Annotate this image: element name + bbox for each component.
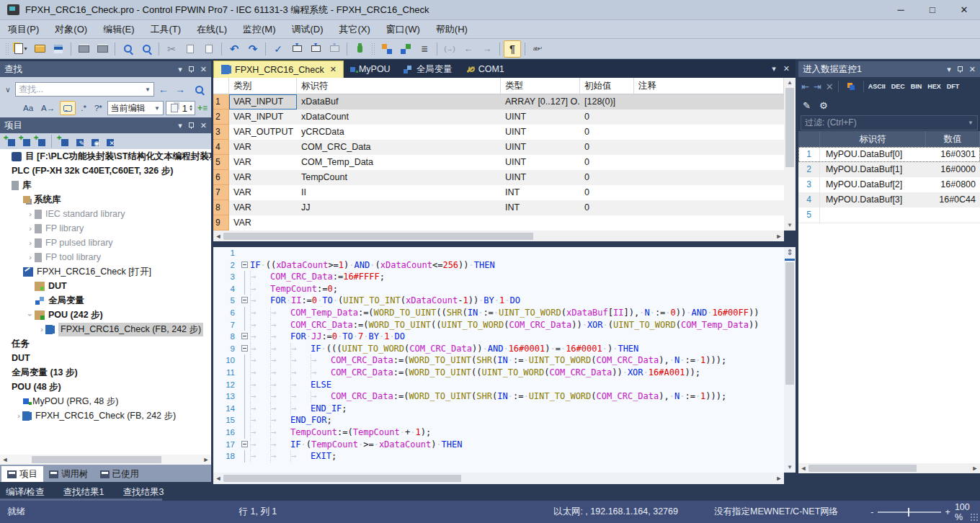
output-tab-查找结果1[interactable]: 查找结果1 <box>63 486 104 499</box>
tree-horizontal-scrollbar[interactable]: ◄ ► <box>0 455 211 465</box>
compile-pou-icon[interactable] <box>288 40 306 58</box>
panel-menu-icon[interactable]: ▾ <box>178 65 182 74</box>
tree-item[interactable]: 全局变量 (13 步) <box>0 365 211 380</box>
find-next-button[interactable]: → <box>173 84 187 95</box>
data-monitor-blocks-icon[interactable] <box>397 40 414 58</box>
tree-item[interactable]: ›POU (242 步) <box>0 308 211 322</box>
scroll-up-icon[interactable]: ▲ <box>787 78 793 88</box>
delete-row-icon[interactable]: ✕ <box>826 81 834 92</box>
watch-value-cell[interactable] <box>926 207 980 223</box>
search-scope-select[interactable]: 当前编辑 ▼ <box>107 101 164 115</box>
table-row[interactable]: 8VARJJINT0 <box>213 200 784 215</box>
collapse-chevron-icon[interactable]: ∨ <box>3 86 13 94</box>
scroll-right-icon[interactable]: ► <box>774 233 784 240</box>
initial-value-cell[interactable]: 0 <box>580 125 634 140</box>
type-cell[interactable]: ARRAY [0..127] O... <box>501 94 580 109</box>
match-word-button[interactable]: A→ <box>38 102 58 114</box>
watch-row-number[interactable]: 1 <box>798 147 820 162</box>
row-number-cell[interactable]: 5 <box>213 155 229 170</box>
grid-header-注释[interactable]: 注释 <box>634 78 784 94</box>
row-number-cell[interactable]: 3 <box>213 125 229 140</box>
initial-value-cell[interactable]: [128(0)] <box>580 94 634 109</box>
chevron-collapsed-icon[interactable]: › <box>14 411 23 420</box>
watch-header-标识符[interactable]: 标识符 <box>820 131 926 147</box>
grid-header-初始值[interactable]: 初始值 <box>580 78 634 94</box>
type-cell[interactable]: UINT <box>501 155 580 170</box>
scroll-right-icon[interactable]: ► <box>201 456 211 463</box>
cut-icon[interactable]: ✂ <box>163 40 180 58</box>
identifier-cell[interactable]: xDataCount <box>297 109 501 125</box>
table-row[interactable]: 1VAR_INPUTxDataBufARRAY [0..127] O...[12… <box>213 94 784 109</box>
table-row[interactable]: 9VAR <box>213 215 784 231</box>
grid-vertical-scrollbar[interactable]: ▲ ▼ <box>784 78 796 231</box>
class-cell[interactable]: VAR_INPUT <box>229 109 297 125</box>
menu-item-e[interactable]: 编辑(E) <box>95 23 142 36</box>
doc-tab-全局变量[interactable]: 全局变量 <box>397 61 459 78</box>
chevron-collapsed-icon[interactable]: › <box>37 325 46 334</box>
table-row[interactable]: 5VARCOM_Temp_DataUINT0 <box>213 155 784 170</box>
doc-tab-COM1[interactable]: COM1 <box>459 61 511 78</box>
match-case-button[interactable]: Aa <box>20 102 36 114</box>
format-button-bin[interactable]: BIN <box>911 83 922 90</box>
table-row[interactable]: 6VARTempCountUINT0 <box>213 170 784 185</box>
wildcard-button[interactable]: ?* <box>92 102 105 114</box>
print-preview-icon[interactable] <box>75 40 92 58</box>
open-file-icon[interactable] <box>31 40 48 58</box>
paren-reference-icon[interactable]: (→) <box>441 40 458 58</box>
paste-icon[interactable] <box>200 40 218 58</box>
row-number-cell[interactable]: 4 <box>213 140 229 155</box>
panel-menu-icon[interactable]: ▾ <box>947 65 951 74</box>
code-line[interactable]: 10→→→→COM_CRC_Data:=(WORD_TO_UINT(SHR(IN… <box>213 354 784 367</box>
menu-item-w[interactable]: 窗口(W) <box>378 23 428 36</box>
menu-item-h[interactable]: 帮助(H) <box>428 23 476 36</box>
minimize-button[interactable]: ─ <box>885 0 917 19</box>
format-button-dec[interactable]: DEC <box>891 83 905 90</box>
tree-item[interactable]: PLC (FP-XH 32k C40ET,C60ET, 326 步) <box>0 164 211 178</box>
row-number-cell[interactable]: 7 <box>213 185 229 200</box>
close-icon[interactable]: ✕ <box>330 65 337 74</box>
gear-icon[interactable]: ⚙ <box>819 100 828 111</box>
tree-item[interactable]: ›FP tool library <box>0 250 211 264</box>
scrollbar-thumb[interactable] <box>785 262 794 385</box>
watch-row[interactable]: 3MyPOU.DataBuf[2]16#0800 <box>798 177 980 192</box>
code-line[interactable]: 16→→TempCount:=(TempCount·+·1); <box>213 426 784 439</box>
format-button-dft[interactable]: DFT <box>947 83 960 90</box>
scroll-right-icon[interactable]: ► <box>774 475 784 482</box>
edit-item-icon[interactable]: ✎ <box>71 135 85 148</box>
output-tab-编译/检查[interactable]: 编译/检查 <box>6 486 44 499</box>
scrollbar-thumb[interactable] <box>785 88 794 167</box>
watch-row[interactable]: 4MyPOU.DataBuf[3]16#0C44 <box>798 192 980 207</box>
fold-collapse-icon[interactable] <box>241 262 248 268</box>
code-line[interactable]: 15→→END_FOR; <box>213 414 784 426</box>
tree-item[interactable]: MyPOU (PRG, 48 步) <box>0 394 211 408</box>
tree-item[interactable]: 任务 <box>0 336 211 351</box>
close-icon[interactable]: ✕ <box>200 65 207 74</box>
navigate-forward-icon[interactable]: → <box>478 40 496 58</box>
grid-header-类别[interactable]: 类别 <box>229 78 297 94</box>
tree-item[interactable]: 系统库 <box>0 192 211 207</box>
comment-cell[interactable] <box>634 94 784 109</box>
watch-identifier-cell[interactable]: MyPOU.DataBuf[0] <box>820 147 926 162</box>
doc-tab-FPXH_CRC16_Check[interactable]: FPXH_CRC16_Check✕ <box>213 61 344 78</box>
table-row[interactable]: 2VAR_INPUTxDataCountUINT0 <box>213 109 784 125</box>
zoom-slider-thumb[interactable] <box>908 508 909 517</box>
menu-item-p[interactable]: 项目(P) <box>0 23 47 36</box>
code-line[interactable]: 4→TempCount:=0; <box>213 283 784 295</box>
code-line[interactable]: 18→→→EXIT; <box>213 450 784 462</box>
print-icon[interactable] <box>94 40 111 58</box>
pin-icon[interactable] <box>189 122 194 129</box>
editor-vertical-scrollbar[interactable]: ⇕ ▼ <box>784 247 796 473</box>
close-item-icon[interactable]: ✕ <box>102 135 115 148</box>
add-task-icon[interactable]: ✚ <box>33 135 47 148</box>
search-icon[interactable] <box>190 81 208 98</box>
scrollbar-thumb[interactable] <box>223 233 533 240</box>
add-dut-icon[interactable]: ✚ <box>18 135 32 148</box>
word-wrap-icon[interactable]: ab↵ <box>529 40 546 58</box>
tree-item[interactable]: DUT <box>0 351 211 365</box>
scroll-left-icon[interactable]: ◄ <box>213 475 223 482</box>
tree-item[interactable]: ›FPXH_CRC16_Check (FB, 242 步) <box>0 322 211 336</box>
compile-disabled-icon[interactable] <box>326 40 343 58</box>
watch-row[interactable]: 1MyPOU.DataBuf[0]16#0301 <box>798 147 980 162</box>
watch-row[interactable]: 5 <box>798 207 980 223</box>
find-in-files-icon[interactable] <box>138 40 155 58</box>
